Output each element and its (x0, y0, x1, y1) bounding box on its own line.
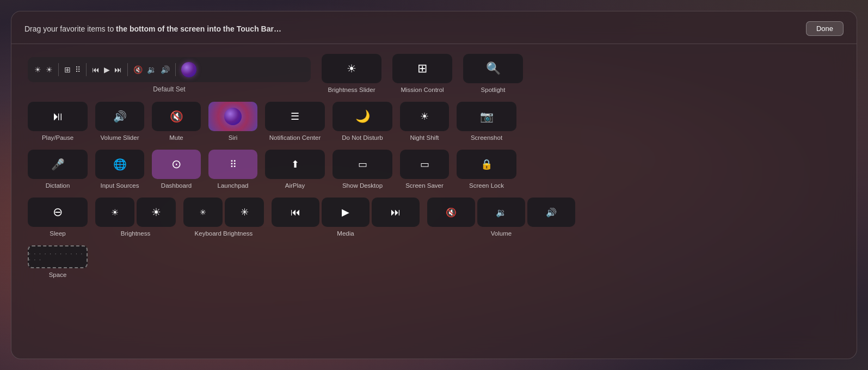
launchpad-button[interactable]: ⠿ (208, 150, 257, 179)
dictation-group: 🎤 Dictation (28, 150, 88, 189)
notification-center-icon: ☰ (291, 110, 299, 122)
panel: Drag your favorite items to the bottom o… (11, 11, 857, 359)
sleep-label: Sleep (50, 230, 65, 237)
siri-ds-icon (181, 62, 196, 77)
kb-brightness-up-button[interactable]: ✳ (225, 198, 264, 227)
play-pause-button[interactable]: ⏯ (28, 102, 88, 131)
dashboard-label: Dashboard (161, 182, 192, 189)
screenshot-icon: 📷 (480, 110, 494, 123)
input-sources-button[interactable]: 🌐 (95, 150, 144, 179)
volume-down-button[interactable]: 🔉 (477, 198, 525, 227)
spotlight-group: 🔍 Spotlight (463, 54, 523, 93)
mission-control-label: Mission Control (401, 87, 444, 93)
show-desktop-label: Show Desktop (342, 182, 383, 189)
volume-group: 🔇 🔉 🔊 Volume (427, 198, 575, 237)
brightness-down-button[interactable]: ☀ (95, 198, 134, 227)
mute-group: 🔇 Mute (152, 102, 201, 141)
volume-up-button[interactable]: 🔊 (527, 198, 575, 227)
airplay-label: AirPlay (285, 182, 305, 189)
media-fastforward-icon: ⏭ (391, 207, 401, 218)
volume-down-icon: 🔉 (496, 207, 507, 218)
keyboard-brightness-group: ✳ ✳ Keyboard Brightness (183, 198, 264, 237)
row-3: 🎤 Dictation 🌐 Input Sources ⊙ Dashb (28, 150, 840, 189)
do-not-disturb-group: 🌙 Do Not Disturb (333, 102, 392, 141)
divider-1 (58, 63, 59, 76)
volume-slider-group: 🔊 Volume Slider (95, 102, 144, 141)
screen-saver-icon: ▭ (420, 158, 429, 170)
play-ds-icon: ▶ (104, 65, 110, 74)
kb-brightness-down-button[interactable]: ✳ (183, 198, 223, 227)
launchpad-ds-icon: ⠿ (75, 65, 81, 74)
play-pause-label: Play/Pause (42, 134, 73, 141)
siri-button[interactable] (208, 102, 257, 131)
mute-button[interactable]: 🔇 (152, 102, 201, 131)
dictation-label: Dictation (46, 182, 70, 189)
brightness-group: ☀ ☀ Brightness (95, 198, 176, 237)
space-label: Space (49, 272, 67, 278)
screenshot-label: Screenshot (471, 134, 502, 141)
media-group-label: Media (337, 230, 354, 237)
screen-saver-group: ▭ Screen Saver (400, 150, 449, 189)
dictation-icon: 🎤 (51, 158, 65, 171)
done-button[interactable]: Done (806, 21, 844, 36)
brightness-up-button[interactable]: ☀ (137, 198, 176, 227)
fastforward-ds-icon: ⏭ (114, 65, 122, 74)
volume-slider-label: Volume Slider (101, 134, 139, 141)
notification-center-label: Notification Center (269, 134, 321, 141)
kb-brightness-down-icon: ✳ (200, 208, 206, 217)
default-set-bar[interactable]: ☀ ☀ ⊞ ⠿ ⏮ ▶ ⏭ 🔇 🔉 🔊 (28, 57, 311, 82)
volume-up-icon: 🔊 (546, 207, 557, 218)
dashboard-group: ⊙ Dashboard (152, 150, 201, 189)
sleep-group: ⊖ Sleep (28, 198, 88, 237)
media-play-icon: ▶ (342, 206, 349, 218)
default-set-group: ☀ ☀ ⊞ ⠿ ⏮ ▶ ⏭ 🔇 🔉 🔊 (28, 57, 311, 93)
dashboard-button[interactable]: ⊙ (152, 150, 201, 179)
media-rewind-icon: ⏮ (291, 207, 300, 218)
media-fastforward-button[interactable]: ⏭ (372, 198, 420, 227)
mission-control-group: ⊞ Mission Control (392, 54, 452, 93)
row-5: · · · · · · · · · · · · · · Space (28, 245, 840, 278)
default-set-label: Default Set (153, 85, 185, 93)
space-button[interactable]: · · · · · · · · · · · · · · (28, 245, 88, 268)
brightness-slider-button[interactable]: ☀ (322, 54, 381, 83)
screen-saver-button[interactable]: ▭ (400, 150, 449, 179)
brightness-low-icon: ☀ (34, 65, 41, 74)
launchpad-label: Launchpad (218, 182, 249, 189)
dictation-button[interactable]: 🎤 (28, 150, 88, 179)
media-group: ⏮ ▶ ⏭ Media (272, 198, 420, 237)
vol-down-ds-icon: 🔉 (147, 65, 156, 74)
show-desktop-button[interactable]: ▭ (333, 150, 392, 179)
airplay-button[interactable]: ⬆︎ (265, 150, 325, 179)
keyboard-brightness-buttons: ✳ ✳ (183, 198, 264, 227)
mission-control-button[interactable]: ⊞ (392, 54, 452, 83)
sleep-button[interactable]: ⊖ (28, 198, 88, 227)
spotlight-label: Spotlight (481, 87, 506, 93)
mute-icon: 🔇 (170, 110, 183, 123)
mission-control-ds-icon: ⊞ (64, 65, 71, 74)
screen-lock-button[interactable]: 🔒 (457, 150, 516, 179)
volume-group-label: Volume (491, 230, 512, 237)
notification-center-button[interactable]: ☰ (265, 102, 325, 131)
mission-control-icon: ⊞ (417, 61, 427, 76)
row-1: ☀ ☀ ⊞ ⠿ ⏮ ▶ ⏭ 🔇 🔉 🔊 (28, 54, 840, 93)
screenshot-button[interactable]: 📷 (457, 102, 516, 131)
night-shift-button[interactable]: ☀ (400, 102, 449, 131)
siri-orb-icon (224, 108, 242, 125)
media-rewind-button[interactable]: ⏮ (272, 198, 319, 227)
brightness-slider-icon: ☀ (347, 62, 356, 75)
rewind-ds-icon: ⏮ (92, 65, 100, 74)
media-play-button[interactable]: ▶ (322, 198, 370, 227)
launchpad-group: ⠿ Launchpad (208, 150, 257, 189)
airplay-group: ⬆︎ AirPlay (265, 150, 325, 189)
spotlight-button[interactable]: 🔍 (463, 54, 523, 83)
divider-2 (86, 63, 87, 76)
do-not-disturb-button[interactable]: 🌙 (333, 102, 392, 131)
row-2: ⏯ Play/Pause 🔊 Volume Slider 🔇 Mute (28, 102, 840, 141)
volume-slider-button[interactable]: 🔊 (95, 102, 144, 131)
kb-brightness-up-icon: ✳ (241, 206, 249, 218)
header: Drag your favorite items to the bottom o… (11, 11, 857, 44)
volume-mute-button[interactable]: 🔇 (427, 198, 475, 227)
mute-ds-icon: 🔇 (133, 65, 143, 74)
brightness-slider-label: Brightness Slider (328, 87, 375, 93)
show-desktop-icon: ▭ (358, 158, 367, 170)
